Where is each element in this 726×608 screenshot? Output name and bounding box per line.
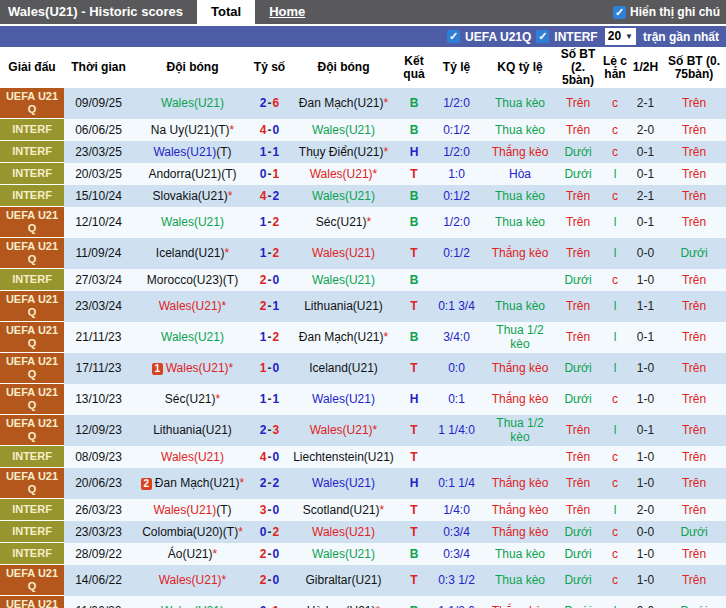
table-row: UEFA U21 Q17/11/231Wales(U21)*1-0Iceland… [0, 353, 726, 384]
result-cell: B [400, 185, 428, 207]
recent-count-select[interactable]: 20 ▼ [605, 28, 636, 45]
handicap-cell [428, 269, 485, 291]
home-team: Wales(U21)(T) [133, 499, 252, 521]
ou075-cell: Dưới [662, 596, 726, 608]
away-team: Wales(U21) [287, 543, 400, 565]
odd-even-cell: c [601, 468, 629, 499]
match-date: 21/11/23 [64, 322, 133, 353]
ou075-cell: Trên [662, 119, 726, 141]
checkbox-checked-icon[interactable]: ✓ [536, 30, 549, 43]
result-cell: T [400, 163, 428, 185]
score-cell: 1-1 [252, 384, 287, 415]
match-date: 23/03/25 [64, 141, 133, 163]
away-team: Đan Mạch(U21)* [287, 88, 400, 119]
result-cell: T [400, 565, 428, 596]
home-team: Wales(U21) [133, 207, 252, 238]
match-date: 23/03/24 [64, 291, 133, 322]
league-badge: INTERF [0, 185, 64, 207]
handicap-cell: 0:1 1/4 [428, 468, 485, 499]
handicap-cell: 0:1/2 [428, 238, 485, 269]
handicap-result-cell: Thua kèo [485, 207, 555, 238]
result-cell: H [400, 468, 428, 499]
recent-count-suffix: trận gần nhất [643, 30, 719, 44]
halftime-score-cell: 1-0 [629, 269, 662, 291]
tab-total[interactable]: Total [197, 0, 255, 24]
odd-even-cell: c [601, 384, 629, 415]
dropdown-arrow-icon: ▼ [625, 28, 633, 45]
filter-uefa-u21q-label[interactable]: UEFA U21Q [465, 30, 531, 44]
ou25-cell: Dưới [555, 269, 601, 291]
col-header-league: Giải đấu [0, 47, 64, 88]
handicap-result-cell: Thắng kèo [485, 468, 555, 499]
away-team: Wales(U21) [287, 521, 400, 543]
result-cell: B [400, 207, 428, 238]
tab-home[interactable]: Home [255, 0, 319, 24]
league-badge: INTERF [0, 163, 64, 185]
home-team: Morocco(U23)(T) [133, 269, 252, 291]
odd-even-cell: l [601, 291, 629, 322]
col-header-away-team: Đội bóng [287, 47, 400, 88]
ou25-cell: Trên [555, 415, 601, 446]
league-badge: UEFA U21 Q [0, 322, 64, 353]
handicap-result-cell: Thắng kèo [485, 499, 555, 521]
handicap-cell: 1/2:0 [428, 141, 485, 163]
show-notes-toggle[interactable]: ✓ Hiển thị ghi chú [613, 0, 726, 24]
handicap-cell: 0:1 3/4 [428, 291, 485, 322]
league-badge: INTERF [0, 543, 64, 565]
col-header-odd-even: Lẻ c hẳn [601, 47, 629, 88]
red-card-icon: 1 [152, 363, 163, 375]
recent-count-value: 20 [608, 28, 621, 45]
score-cell: 3-0 [252, 499, 287, 521]
home-team: Iceland(U21)* [133, 238, 252, 269]
ou25-cell: Dưới [555, 565, 601, 596]
odd-even-cell: c [601, 521, 629, 543]
halftime-score-cell: 0-0 [629, 238, 662, 269]
filter-interf-label[interactable]: INTERF [554, 30, 597, 44]
handicap-result-cell: Thắng kèo [485, 521, 555, 543]
red-card-icon: 2 [141, 478, 152, 490]
col-header-halftime: 1/2H [629, 47, 662, 88]
handicap-cell: 0:1/2 [428, 185, 485, 207]
odd-even-cell: c [601, 88, 629, 119]
home-team: Wales(U21) [133, 88, 252, 119]
table-row: INTERF23/03/23Colombia(U20)(T)*0-2Wales(… [0, 521, 726, 543]
score-cell: 2-2 [252, 468, 287, 499]
odd-even-cell: l [601, 596, 629, 608]
home-team: Wales(U21)(T) [133, 141, 252, 163]
table-row: UEFA U21 Q12/09/23Lithuania(U21)2-3Wales… [0, 415, 726, 446]
match-date: 20/06/23 [64, 468, 133, 499]
handicap-cell: 0:3/4 [428, 543, 485, 565]
away-team: Wales(U21) [287, 468, 400, 499]
league-badge: UEFA U21 Q [0, 565, 64, 596]
odd-even-cell: l [601, 207, 629, 238]
ou075-cell: Trên [662, 322, 726, 353]
ou075-cell: Trên [662, 468, 726, 499]
away-team: Wales(U21) [287, 119, 400, 141]
page-title: Wales(U21) - Historic scores [0, 0, 193, 24]
league-badge: UEFA U21 Q [0, 596, 64, 608]
ou25-cell: Trên [555, 499, 601, 521]
checkbox-checked-icon[interactable]: ✓ [613, 6, 626, 19]
col-header-handicap: Tỷ lệ [428, 47, 485, 88]
odd-even-cell: l [601, 163, 629, 185]
filter-bar: ✓ UEFA U21Q ✓ INTERF 20 ▼ trận gần nhất [0, 26, 726, 47]
league-badge: INTERF [0, 499, 64, 521]
result-cell: T [400, 353, 428, 384]
odd-even-cell: l [601, 353, 629, 384]
league-badge: UEFA U21 Q [0, 291, 64, 322]
away-team: Thụy Điển(U21)* [287, 141, 400, 163]
score-cell: 1-2 [252, 322, 287, 353]
handicap-result-cell: Thua kèo [485, 185, 555, 207]
handicap-cell: 0:3/4 [428, 521, 485, 543]
handicap-cell: 1/4:0 [428, 499, 485, 521]
handicap-result-cell: Thua 1/2 kèo [485, 415, 555, 446]
handicap-cell: 1/2:0 [428, 88, 485, 119]
league-badge: UEFA U21 Q [0, 415, 64, 446]
score-cell: 2-0 [252, 269, 287, 291]
score-cell: 0-1 [252, 596, 287, 608]
checkbox-checked-icon[interactable]: ✓ [447, 30, 460, 43]
table-row: INTERF06/06/25Na Uy(U21)(T)*4-0Wales(U21… [0, 119, 726, 141]
tab-group: Total Home [197, 0, 319, 24]
odd-even-cell: l [601, 322, 629, 353]
league-badge: UEFA U21 Q [0, 207, 64, 238]
